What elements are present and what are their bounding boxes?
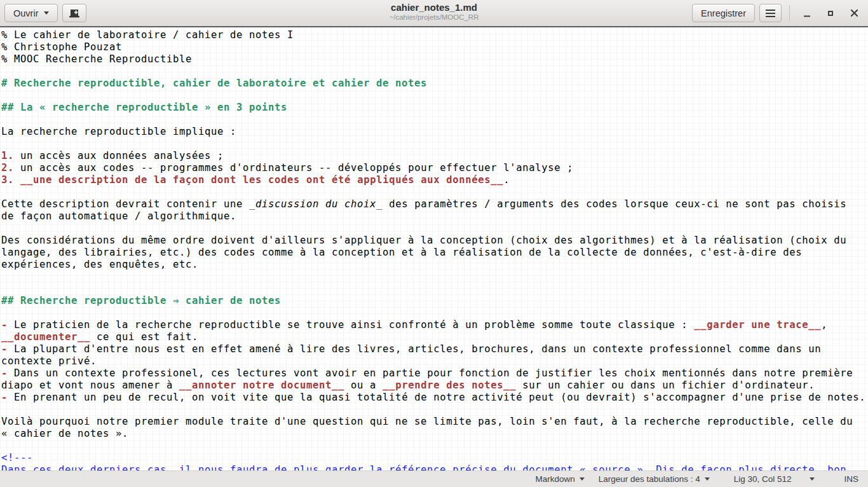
editor-line: Cette description devrait contenir une _… xyxy=(1,198,868,210)
editor-line: expériences, des enquêtes, etc. xyxy=(1,259,868,271)
editor-line: 1. un accès aux données analysées ; xyxy=(1,150,868,162)
editor-line: % MOOC Recherche Reproductible xyxy=(1,53,868,65)
headerbar-right: Enregistrer xyxy=(692,4,864,23)
overwrite-mode-indicator: INS xyxy=(844,474,858,484)
new-document-icon xyxy=(69,8,80,18)
editor-line: __documenter__ ce qui est fait. xyxy=(1,331,868,343)
tab-width-label: Largeur des tabulations : 4 xyxy=(599,474,700,484)
editor-line xyxy=(1,138,868,150)
menu-icon xyxy=(766,10,775,17)
close-button[interactable] xyxy=(844,4,864,23)
editor-line: - Dans un contexte professionel, ces lec… xyxy=(1,367,868,380)
editor-line: Des considérations du même ordre doivent… xyxy=(1,235,868,247)
open-dropdown-arrow-icon xyxy=(44,11,49,15)
headerbar-separator xyxy=(789,5,790,21)
save-button[interactable]: Enregistrer xyxy=(692,4,755,22)
headerbar-left: Ouvrir xyxy=(4,4,86,22)
editor-line: # Recherche reproductible, cahier de lab… xyxy=(1,78,868,90)
editor-line: Dans ces deux derniers cas, il nous faud… xyxy=(1,464,868,470)
editor-line xyxy=(1,223,868,235)
editor-line xyxy=(1,186,868,198)
editor-line xyxy=(1,440,868,452)
tab-width-selector[interactable]: Largeur des tabulations : 4 xyxy=(599,474,710,484)
language-selector[interactable]: Markdown xyxy=(536,474,585,484)
editor-line xyxy=(1,114,868,126)
editor-line: % Le cahier de laboratoire / cahier de n… xyxy=(1,29,868,41)
close-icon xyxy=(850,8,859,18)
save-button-label: Enregistrer xyxy=(701,8,746,18)
overwrite-mode-label: INS xyxy=(844,474,858,484)
editor-line: - Le praticien de la recherche reproduct… xyxy=(1,319,868,331)
editor-line xyxy=(1,283,868,295)
gedit-window: cahier_notes_1.md ~/cahier/projets/MOOC_… xyxy=(0,0,868,487)
editor-line: - La plupart d'entre nous est en effet a… xyxy=(1,343,868,355)
editor-line xyxy=(1,404,868,416)
statusbar: Markdown Largeur des tabulations : 4 Lig… xyxy=(0,470,868,487)
editor-line xyxy=(1,90,868,102)
minimize-button[interactable] xyxy=(797,4,817,23)
cursor-position-label: Lig 30, Col 512 xyxy=(734,474,792,484)
menu-button[interactable] xyxy=(759,4,782,22)
editor-line: 3. __une description de la façon dont le… xyxy=(1,174,868,186)
editor-line: Voilà pourquoi notre premier module trai… xyxy=(1,416,868,428)
maximize-icon xyxy=(826,9,835,18)
new-document-button[interactable] xyxy=(62,4,86,22)
editor-line: 2. un accès aux codes -- programmes d'or… xyxy=(1,162,868,174)
headerbar: cahier_notes_1.md ~/cahier/projets/MOOC_… xyxy=(0,0,868,27)
editor-line: % Christophe Pouzat xyxy=(1,41,868,53)
editor-line: langage, des librairies, etc.) des codes… xyxy=(1,247,868,259)
open-button[interactable]: Ouvrir xyxy=(4,4,58,22)
language-label: Markdown xyxy=(536,474,575,484)
tab-width-dropdown-icon xyxy=(705,477,710,481)
editor-content[interactable]: % Le cahier de laboratoire / cahier de n… xyxy=(0,27,868,470)
minimize-icon xyxy=(803,9,811,18)
editor-line: de façon automatique / algorithmique. xyxy=(1,210,868,223)
editor-line: La recherche reproductible implique : xyxy=(1,126,868,138)
editor-line: <!--- xyxy=(1,452,868,464)
editor-line xyxy=(1,307,868,319)
editor-line: diapo et vont nous amener à __annoter no… xyxy=(1,380,868,392)
editor-line xyxy=(1,271,868,283)
cursor-position-dropdown-icon xyxy=(810,477,815,481)
editor-line xyxy=(1,65,868,78)
editor-line: - En prenant un peu de recul, on voit vi… xyxy=(1,392,868,404)
language-dropdown-icon xyxy=(580,477,585,481)
editor-line: ## La « recherche reproductible » en 3 p… xyxy=(1,102,868,114)
open-button-label: Ouvrir xyxy=(13,8,38,18)
editor-line: « cahier de notes ». xyxy=(1,428,868,440)
cursor-position-selector[interactable]: Lig 30, Col 512 xyxy=(734,474,815,484)
maximize-button[interactable] xyxy=(821,4,840,23)
editor-line: ## Recherche reproductible ⇒ cahier de n… xyxy=(1,295,868,307)
editor-line: contexte privé. xyxy=(1,355,868,367)
